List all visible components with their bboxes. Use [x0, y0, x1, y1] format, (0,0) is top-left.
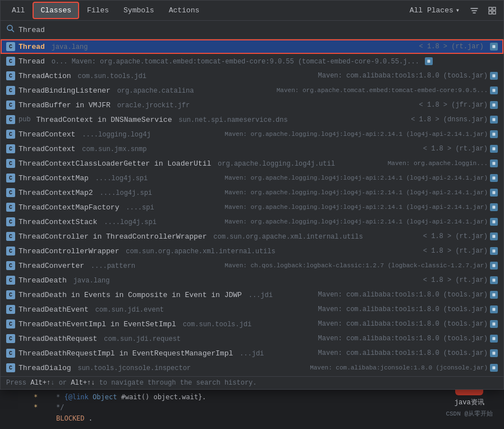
result-name: ThreadDeathEvent com.sun.jdi.event [19, 305, 164, 314]
result-item[interactable]: C Thread o... Maven: org.apache.tomcat.e… [1, 54, 503, 69]
result-location: Maven: org.apache.loggin...▦ [382, 159, 498, 167]
search-dialog: All Classes Files Symbols Actions All Pl… [0, 0, 504, 390]
class-icon: C [6, 71, 15, 80]
layout-icon[interactable] [485, 4, 499, 17]
jar-icon: ▦ [490, 218, 498, 226]
class-icon: C [6, 232, 15, 241]
result-item[interactable]: C ThreadContext com.sun.jmx.snmp < 1.8 >… [1, 142, 503, 156]
tab-symbols[interactable]: Symbols [117, 3, 161, 18]
tab-actions[interactable]: Actions [162, 3, 207, 18]
result-item[interactable]: C ThreadContextMap ....log4j.spi Maven: … [1, 171, 503, 185]
result-item[interactable]: C ThreadController in ThreadControllerWr… [1, 229, 503, 244]
result-location: Maven: com.alibaba:tools:1.8.0 (tools.ja… [313, 335, 498, 343]
class-icon: C [6, 188, 15, 197]
jar-icon: ▦ [490, 145, 498, 153]
result-location: < 1.8 > (rt.jar)▦ [418, 247, 498, 255]
result-item[interactable]: C ThreadDeathEvent com.sun.jdi.event Mav… [1, 302, 503, 317]
result-item[interactable]: C ThreadDeathRequest com.sun.jdi.request… [1, 331, 503, 346]
chevron-down-icon: ▾ [456, 6, 460, 15]
result-name: ThreadAction com.sun.tools.jdi [19, 72, 146, 80]
result-name: Thread java.lang [19, 43, 88, 51]
result-item[interactable]: C pub ThreadContext in DNSNameService su… [1, 112, 503, 127]
result-location: < 1.8 > (rt.jar)▦ [418, 276, 498, 284]
result-location: < 1.8 > (rt.jar)▦ [418, 232, 498, 240]
result-name: ThreadBindingListener org.apache.catalin… [19, 86, 194, 95]
result-name: ThreadDialog sun.tools.jconsole.inspecto… [19, 364, 191, 372]
svg-rect-2 [489, 11, 492, 14]
result-location: Maven: com.alibaba:tools:1.8.0 (tools.ja… [313, 72, 498, 80]
result-item[interactable]: C ThreadDeath java.lang < 1.8 > (rt.jar)… [1, 273, 503, 287]
search-input[interactable] [19, 26, 498, 34]
result-item[interactable]: C ThreadContextMap2 ....log4j.spi Maven:… [1, 185, 503, 200]
class-icon: C [6, 363, 15, 372]
class-icon: C [6, 159, 15, 168]
result-name: Thread o... Maven: org.apache.tomcat.emb… [19, 57, 419, 66]
result-item[interactable]: C ThreadAction com.sun.tools.jdi Maven: … [1, 69, 503, 83]
result-location: < 1.8 > (jfr.jar)▦ [414, 101, 498, 109]
result-item[interactable]: C ThreadDumpMessage org...sage Maven: or… [1, 375, 503, 376]
result-item[interactable]: C ThreadContextStack ....log4j.spi Maven… [1, 214, 503, 229]
class-icon: C [6, 290, 15, 299]
class-icon: C [6, 42, 15, 51]
result-item[interactable]: C ThreadDeath in Events in Composite in … [1, 287, 503, 302]
result-name: ThreadController in ThreadControllerWrap… [19, 232, 363, 241]
jar-icon: ▦ [490, 364, 498, 372]
tab-classes[interactable]: Classes [33, 2, 79, 19]
result-item[interactable]: C ThreadBindingListener org.apache.catal… [1, 83, 503, 98]
result-name: ThreadContext ....logging.log4j [19, 130, 151, 139]
result-name: ThreadContextClassLoaderGetter in Loader… [19, 159, 335, 168]
result-item[interactable]: C ThreadBuffer in VMJFR oracle.jrockit.j… [1, 98, 503, 112]
class-icon: C [6, 276, 15, 285]
jar-icon: ▦ [490, 276, 498, 284]
result-item[interactable]: C ThreadContext ....logging.log4j Maven:… [1, 127, 503, 142]
search-input-area [1, 21, 503, 39]
jar-icon: ▦ [490, 43, 498, 51]
status-bar: Press Alt+↑↓ or Alt+↑↓ to navigate throu… [1, 376, 503, 389]
svg-rect-0 [489, 7, 492, 10]
result-item[interactable]: C ThreadDeathRequestImpl in EventRequest… [1, 346, 503, 360]
result-item[interactable]: C Thread java.lang < 1.8 > (rt.jar) ▦ [1, 39, 503, 54]
result-location: Maven: org.apache.logging.log4j:log4j-ap… [219, 218, 498, 226]
result-name: ThreadContextStack ....log4j.spi [19, 218, 157, 226]
result-name: ThreadContextMapFactory ....spi [19, 203, 154, 212]
jar-icon: ▦ [490, 189, 498, 197]
result-name: ThreadDeath in Events in Composite in Ev… [19, 291, 273, 299]
result-name: ThreadDeathEventImpl in EventSetImpl com… [19, 320, 251, 328]
result-item[interactable]: C ThreadContextMapFactory ....spi Maven:… [1, 200, 503, 214]
class-icon: C [6, 261, 15, 270]
result-name: ThreadContext in DNSNameService sun.net.… [36, 116, 288, 124]
result-location: Maven: com.alibaba:tools:1.8.0 (tools.ja… [313, 291, 498, 299]
class-icon: C [6, 86, 15, 95]
svg-rect-1 [493, 7, 496, 10]
jar-icon: ▦ [490, 247, 498, 255]
result-location: Maven: org.apache.logging.log4j:log4j-ap… [219, 203, 498, 211]
result-location: Maven: org.apache.tomcat.embed:tomcat-em… [271, 86, 498, 94]
jar-icon: ▦ [490, 86, 498, 94]
result-location: Maven: com.alibaba:tools:1.8.0 (tools.ja… [313, 320, 498, 328]
tab-files[interactable]: Files [80, 3, 116, 18]
result-name: ThreadDeath java.lang [19, 276, 109, 285]
result-item[interactable]: C ThreadDialog sun.tools.jconsole.inspec… [1, 360, 503, 375]
result-item[interactable]: C ThreadControllerWrapper com.sun.org.ap… [1, 244, 503, 258]
result-item[interactable]: C ThreadContextClassLoaderGetter in Load… [1, 156, 503, 171]
class-icon: C [6, 320, 15, 328]
filter-icon[interactable] [468, 4, 481, 17]
result-item[interactable]: C ThreadConverter ....pattern Maven: ch.… [1, 258, 503, 273]
pub-prefix: pub [19, 116, 31, 124]
jar-icon: ▦ [490, 335, 498, 343]
jar-icon: ▦ [490, 159, 498, 167]
result-name: ThreadDeathRequest com.sun.jdi.request [19, 335, 181, 343]
jar-icon: ▦ [490, 116, 498, 124]
all-places-label: All Places [410, 6, 453, 15]
result-item[interactable]: C ThreadDeathEventImpl in EventSetImpl c… [1, 317, 503, 331]
class-icon: C [6, 305, 15, 314]
class-icon: C [6, 334, 15, 343]
tab-all[interactable]: All [5, 3, 31, 18]
jar-icon: ▦ [490, 320, 498, 328]
class-icon: C [6, 144, 15, 153]
result-location: Maven: ch.qos.logback:logback-classic:1.… [219, 262, 498, 270]
result-location: < 1.8 > (rt.jar)▦ [418, 145, 498, 153]
tabs-bar: All Classes Files Symbols Actions All Pl… [1, 1, 503, 21]
all-places-button[interactable]: All Places ▾ [406, 4, 463, 17]
jar-icon: ▦ [490, 232, 498, 240]
